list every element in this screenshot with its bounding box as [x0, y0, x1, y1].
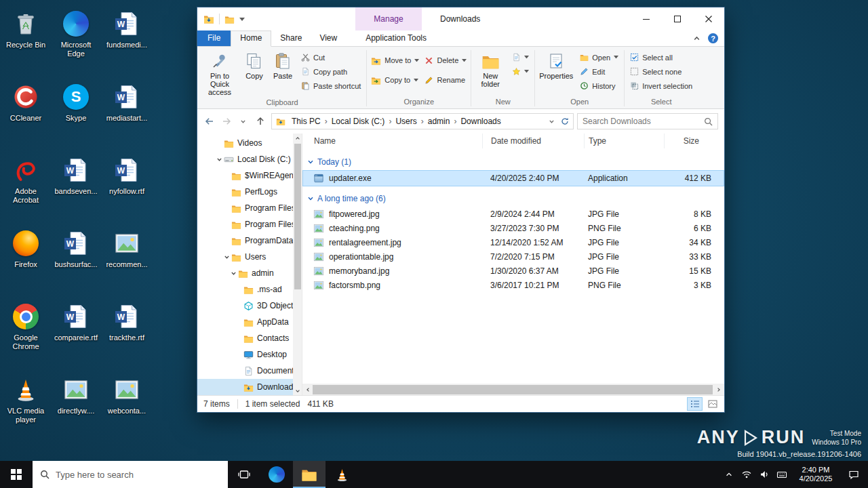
details-view-button[interactable] — [687, 397, 703, 411]
scrollbar-thumb[interactable] — [313, 385, 713, 394]
minimize-button[interactable] — [631, 7, 662, 30]
desktop-icon-document[interactable]: trackthe.rtf — [102, 298, 151, 371]
close-button[interactable] — [693, 7, 724, 30]
help-icon[interactable]: ? — [708, 33, 718, 43]
sidebar-item-admin[interactable]: admin — [197, 265, 302, 281]
file-row-fitpowered-jpg[interactable]: fitpowered.jpg 2/9/2024 2:44 PM JPG File… — [302, 207, 724, 221]
tab-home[interactable]: Home — [231, 30, 271, 47]
taskbar-edge-button[interactable] — [260, 461, 293, 488]
desktop-icon-image[interactable]: webconta... — [102, 371, 151, 445]
desktop-icon-firefox[interactable]: Firefox — [1, 225, 50, 298]
pin-to-quick-access-button[interactable]: Pin to Quick access — [199, 49, 240, 98]
folder-icon[interactable] — [224, 14, 235, 24]
tab-share[interactable]: Share — [271, 30, 311, 46]
file-row-rentalagreement-jpg[interactable]: rentalagreement.jpg 12/14/2020 1:52 AM J… — [302, 235, 724, 249]
tray-network-button[interactable] — [738, 461, 755, 488]
sidebar-item-local-disk-c[interactable]: Local Disk (C:) — [197, 151, 302, 167]
back-button[interactable] — [201, 113, 218, 130]
desktop-icon-adobe-acrobat[interactable]: Adobe Acrobat — [1, 152, 50, 225]
sidebar-item-programdata[interactable]: ProgramData — [197, 232, 302, 249]
new-item-button[interactable] — [510, 51, 531, 64]
rename-button[interactable]: Rename — [425, 73, 467, 87]
sidebar-item-program-files[interactable]: Program Files — [197, 200, 302, 216]
desktop-icon-document[interactable]: compareie.rtf — [52, 298, 100, 371]
taskbar-file-explorer-button[interactable] — [293, 461, 326, 488]
easy-access-button[interactable] — [510, 65, 531, 78]
desktop-icon-skype[interactable]: S Skype — [52, 79, 100, 152]
tray-keyboard-button[interactable] — [773, 461, 791, 488]
desktop-icon-document[interactable]: mediastart... — [102, 79, 151, 152]
taskbar-search-input[interactable] — [56, 470, 220, 480]
sidebar-item-program-files-x86[interactable]: Program Files — [197, 216, 302, 232]
sidebar-item-videos[interactable]: Videos — [197, 135, 302, 151]
tab-file[interactable]: File — [197, 30, 231, 46]
paste-shortcut-button[interactable]: Paste shortcut — [299, 79, 363, 92]
desktop-icon-image[interactable]: directlyw.... — [52, 371, 100, 445]
new-folder-button[interactable]: New folder — [473, 49, 508, 89]
scroll-right-icon[interactable] — [713, 384, 724, 395]
thumbnail-view-button[interactable] — [705, 397, 720, 411]
desktop-icon-image[interactable]: recommen... — [102, 225, 151, 298]
copy-path-button[interactable]: Copy path — [299, 65, 363, 78]
sidebar-item-contacts[interactable]: Contacts — [197, 330, 302, 346]
file-row-memoryband-jpg[interactable]: memoryband.jpg 1/30/2020 6:37 AM JPG Fil… — [302, 264, 724, 278]
delete-button[interactable]: Delete — [425, 53, 467, 68]
tab-view[interactable]: View — [311, 30, 346, 46]
select-all-button[interactable]: Select all — [628, 51, 694, 64]
taskbar-clock[interactable]: 2:40 PM 4/20/2025 — [791, 466, 841, 483]
horizontal-scrollbar[interactable] — [302, 384, 724, 395]
cut-button[interactable]: Cut — [299, 51, 363, 64]
desktop-icon-document[interactable]: fundsmedi... — [102, 5, 151, 79]
sidebar-item-perflogs[interactable]: PerfLogs — [197, 184, 302, 200]
group-collapse-chevron-icon[interactable] — [307, 195, 314, 202]
file-group-header-today[interactable]: Today (1) — [302, 154, 724, 170]
maximize-button[interactable] — [662, 7, 693, 30]
copy-button[interactable]: Copy — [240, 49, 269, 81]
file-group-header-long-time-ago[interactable]: A long time ago (6) — [302, 190, 724, 207]
desktop-icon-recycle-bin[interactable]: Recycle Bin — [1, 5, 50, 79]
sidebar-item-winreagent[interactable]: $WinREAgent — [197, 167, 302, 184]
task-view-button[interactable] — [228, 461, 260, 488]
desktop-icon-vlc[interactable]: VLC media player — [1, 371, 50, 445]
taskbar-vlc-button[interactable] — [326, 461, 358, 488]
search-icon[interactable] — [704, 117, 713, 126]
column-header-date-modified[interactable]: Date modified — [482, 134, 584, 148]
forward-button[interactable] — [218, 113, 235, 130]
move-to-button[interactable]: Move to — [371, 53, 419, 68]
breadcrumb-this-pc[interactable]: This PC — [288, 117, 324, 126]
action-center-button[interactable] — [841, 461, 867, 488]
desktop-icon-microsoft-edge[interactable]: Microsoft Edge — [52, 5, 100, 79]
column-header-name[interactable]: Name — [302, 134, 482, 148]
properties-button[interactable]: Properties — [536, 49, 576, 81]
file-row-updater-exe[interactable]: updater.exe 4/20/2025 2:40 PM Applicatio… — [302, 170, 724, 186]
tray-overflow-button[interactable] — [720, 461, 738, 488]
edit-button[interactable]: Edit — [578, 65, 620, 78]
paste-button[interactable]: Paste — [269, 49, 297, 81]
file-row-operationtable-jpg[interactable]: operationtable.jpg 7/2/2020 7:15 PM JPG … — [302, 249, 724, 264]
sidebar-item-3d-objects[interactable]: 3D Objects — [197, 298, 302, 314]
file-row-cteaching-png[interactable]: cteaching.png 3/27/2023 7:30 PM PNG File… — [302, 221, 724, 235]
desktop-icon-document[interactable]: bushsurfac... — [52, 225, 100, 298]
search-box[interactable] — [577, 113, 718, 129]
start-button[interactable] — [0, 461, 33, 488]
scrollbar-thumb[interactable] — [294, 144, 301, 289]
up-button[interactable] — [252, 113, 269, 130]
desktop-icon-google-chrome[interactable]: Google Chrome — [1, 298, 50, 371]
sidebar-item-documents[interactable]: Documents — [197, 363, 302, 379]
recent-locations-button[interactable] — [235, 113, 252, 130]
tab-application-tools[interactable]: Application Tools — [357, 30, 435, 46]
copy-to-button[interactable]: Copy to — [371, 73, 419, 87]
scroll-up-icon[interactable] — [293, 134, 302, 142]
sidebar-item-ms-ad[interactable]: .ms-ad — [197, 281, 302, 298]
desktop-icon-document[interactable]: bandseven... — [52, 152, 100, 225]
scroll-left-icon[interactable] — [302, 384, 313, 395]
invert-selection-button[interactable]: Invert selection — [628, 79, 694, 92]
collapse-ribbon-icon[interactable] — [693, 35, 701, 42]
file-row-factorsmb-png[interactable]: factorsmb.png 3/6/2017 10:21 PM PNG File… — [302, 278, 724, 292]
breadcrumb-users[interactable]: Users — [392, 117, 420, 126]
desktop-icon-ccleaner[interactable]: CCleaner — [1, 79, 50, 152]
customize-toolbar-chevron-icon[interactable] — [239, 18, 245, 21]
tray-volume-button[interactable] — [755, 461, 773, 488]
search-input[interactable] — [583, 117, 704, 126]
sidebar-scrollbar[interactable] — [293, 134, 302, 395]
